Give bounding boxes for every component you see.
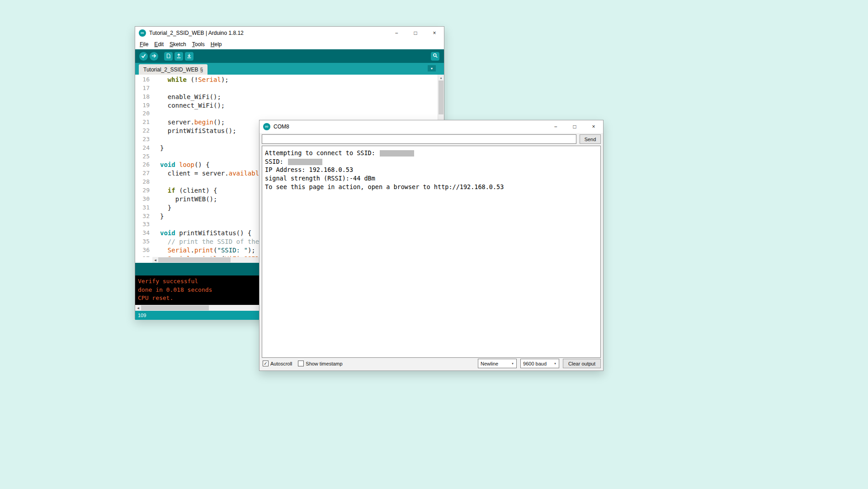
show-timestamp-checkbox[interactable]: Show timestamp	[298, 361, 342, 366]
line-number: 34	[135, 229, 150, 237]
vertical-scroll-thumb[interactable]	[439, 81, 443, 114]
checkbox-icon[interactable]	[298, 361, 304, 366]
clear-output-button[interactable]: Clear output	[563, 359, 601, 368]
code-line-20: 20	[135, 109, 438, 118]
tab-list-button[interactable]: ▼	[428, 65, 436, 71]
close-button[interactable]: ×	[584, 120, 603, 133]
line-number: 16	[135, 76, 150, 84]
new-sketch-icon	[166, 53, 171, 60]
minimize-button[interactable]: −	[387, 27, 406, 39]
serial-output[interactable]: Attempting to connect to SSID: SSID: IP …	[262, 146, 601, 358]
serial-monitor-body: Send Attempting to connect to SSID: SSID…	[259, 133, 603, 370]
chevron-down-icon: ▼	[507, 362, 514, 365]
line-number: 28	[135, 178, 150, 186]
serial-output-line: SSID:	[265, 157, 598, 166]
cursor-line-indicator: 109	[138, 313, 146, 318]
chevron-down-icon: ▼	[430, 67, 434, 70]
serial-monitor-right-controls: Newline ▼ 9600 baud ▼ Clear output	[478, 359, 601, 368]
maximize-button[interactable]: □	[565, 120, 584, 133]
line-number: 18	[135, 93, 150, 101]
serial-output-line: To see this page in action, open a brows…	[265, 183, 598, 191]
line-ending-select[interactable]: Newline ▼	[478, 359, 517, 368]
arduino-logo-icon: ∞	[139, 29, 146, 37]
scroll-up-icon[interactable]: ▲	[438, 75, 444, 81]
code-line-16: 16 while (!Serial);	[135, 76, 438, 84]
send-button[interactable]: Send	[580, 134, 601, 144]
serial-monitor-titlebar[interactable]: ∞ COM8 − □ ×	[259, 120, 603, 133]
line-number: 36	[135, 246, 150, 255]
save-icon	[187, 53, 192, 60]
line-number: 33	[135, 220, 150, 229]
menu-help[interactable]: Help	[208, 40, 224, 48]
line-number: 30	[135, 195, 150, 204]
send-row: Send	[262, 134, 601, 144]
tab-tutorial-2-ssid-web[interactable]: Tutorial_2_SSID_WEB§	[139, 64, 208, 75]
show-timestamp-label: Show timestamp	[306, 361, 342, 366]
baud-rate-select[interactable]: 9600 baud ▼	[520, 359, 559, 368]
verify-button[interactable]	[139, 52, 148, 61]
scroll-left-icon[interactable]: ◀	[152, 257, 158, 263]
line-number: 20	[135, 109, 150, 118]
line-number: 27	[135, 169, 150, 178]
serial-monitor-icon	[433, 53, 438, 60]
code-line-17: 17	[135, 84, 438, 93]
serial-input[interactable]	[262, 134, 576, 144]
arduino-titlebar[interactable]: ∞ Tutorial_2_SSID_WEB | Arduino 1.8.12 −…	[135, 27, 444, 39]
window-controls: − □ ×	[546, 120, 603, 133]
serial-monitor-button[interactable]	[431, 52, 439, 61]
close-button[interactable]: ×	[425, 27, 444, 39]
window-controls: − □ ×	[387, 27, 444, 39]
line-number: 17	[135, 84, 150, 93]
line-number: 26	[135, 161, 150, 169]
line-number: 35	[135, 237, 150, 246]
menu-sketch[interactable]: Sketch	[167, 40, 189, 48]
toolbar	[135, 49, 444, 63]
horizontal-scroll-thumb[interactable]	[158, 257, 231, 262]
open-icon	[176, 53, 181, 60]
line-number: 25	[135, 152, 150, 161]
menu-tools[interactable]: Tools	[190, 40, 207, 48]
serial-output-line: Attempting to connect to SSID:	[265, 149, 598, 157]
menu-file[interactable]: File	[137, 40, 151, 48]
menubar: FileEditSketchToolsHelp	[135, 39, 444, 49]
upload-icon	[151, 53, 156, 60]
new-sketch-button[interactable]	[164, 52, 173, 61]
console-scroll-thumb[interactable]	[141, 305, 209, 310]
line-number: 24	[135, 144, 150, 152]
chevron-down-icon: ▼	[549, 362, 557, 365]
line-number: 31	[135, 204, 150, 212]
tab-label: Tutorial_2_SSID_WEB	[143, 66, 198, 73]
line-number: 19	[135, 101, 150, 110]
minimize-button[interactable]: −	[546, 120, 565, 133]
line-number: 32	[135, 212, 150, 221]
code-line-19: 19 connect_WiFi();	[135, 101, 438, 110]
line-ending-value: Newline	[481, 361, 498, 366]
line-number: 21	[135, 118, 150, 127]
serial-monitor-title: COM8	[274, 123, 289, 130]
upload-button[interactable]	[150, 52, 158, 61]
arduino-window-title: Tutorial_2_SSID_WEB | Arduino 1.8.12	[149, 30, 244, 36]
verify-icon	[141, 53, 146, 60]
line-number: 23	[135, 135, 150, 144]
baud-rate-value: 9600 baud	[523, 361, 547, 366]
line-number: 22	[135, 127, 150, 135]
serial-output-line: IP Address: 192.168.0.53	[265, 166, 598, 174]
serial-monitor-window: ∞ COM8 − □ × Send Attempting to connect …	[259, 120, 604, 371]
open-button[interactable]	[175, 52, 183, 61]
tab-modified-marker: §	[200, 66, 203, 73]
redacted-ssid	[380, 150, 414, 157]
menu-edit[interactable]: Edit	[152, 40, 166, 48]
autoscroll-label: Autoscroll	[270, 361, 292, 366]
serial-output-line: signal strength (RSSI):-44 dBm	[265, 174, 598, 183]
code-line-18: 18 enable_WiFi();	[135, 93, 438, 101]
line-number: 29	[135, 186, 150, 195]
serial-monitor-controls: ✓ Autoscroll Show timestamp Newline ▼ 96…	[263, 359, 601, 368]
checkbox-icon[interactable]: ✓	[263, 361, 269, 366]
redacted-ssid	[288, 159, 322, 165]
autoscroll-checkbox[interactable]: ✓ Autoscroll	[263, 361, 292, 366]
scroll-left-icon[interactable]: ◀	[135, 305, 141, 311]
tab-bar: Tutorial_2_SSID_WEB§ ▼	[135, 63, 444, 75]
maximize-button[interactable]: □	[406, 27, 425, 39]
arduino-logo-icon: ∞	[263, 123, 270, 130]
save-button[interactable]	[185, 52, 193, 61]
